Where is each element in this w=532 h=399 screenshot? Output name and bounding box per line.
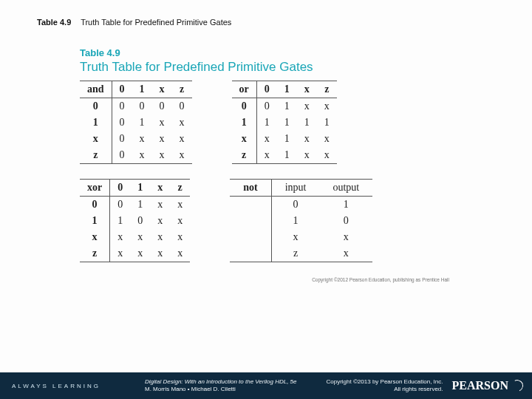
gate-name: xor [80, 180, 110, 197]
table-row: 10 [230, 213, 372, 229]
table-row: zx1xx [232, 147, 337, 164]
gate-name: and [80, 81, 112, 98]
table-row: xx1xx [232, 131, 337, 147]
always-learning: ALWAYS LEARNING [12, 383, 100, 389]
truth-table-xor: xor 0 1 x z 001xx 110xx xxxxx zxxxx [80, 179, 190, 262]
book-credit: Digital Design: With an Introduction to … [145, 378, 297, 394]
table-row: 110xx [80, 213, 190, 229]
footer-bar: ALWAYS LEARNING Digital Design: With an … [0, 372, 532, 399]
tables-row-1: and 0 1 x z 00000 101xx x0xxx z0xxx or 0… [80, 81, 449, 164]
figure-label: Table 4.9 [80, 47, 449, 58]
table-row: x0xxx [80, 131, 192, 147]
table-row: 001xx [80, 197, 190, 214]
table-row: 11111 [232, 115, 337, 131]
table-row: 00000 [80, 98, 192, 115]
slide-caption: Table 4.9 Truth Table for Predefined Pri… [37, 18, 231, 27]
footer-copyright: Copyright ©2013 by Pearson Education, In… [327, 378, 443, 394]
pearson-logo: PEARSON [452, 379, 523, 392]
truth-table-or: or 0 1 x z 001xx 11111 xx1xx zx1xx [232, 81, 337, 164]
table-row: xx [230, 229, 372, 245]
caption-text: Truth Table for Predefined Primitive Gat… [81, 18, 231, 27]
figure: Table 4.9 Truth Table for Predefined Pri… [80, 47, 449, 282]
not-input-header: input [271, 180, 319, 197]
table-row: zx [230, 245, 372, 262]
table-row: 001xx [232, 98, 337, 115]
table-row: zxxxx [80, 245, 190, 262]
not-output-header: output [319, 180, 372, 197]
figure-title: Truth Table for Predefined Primitive Gat… [80, 60, 449, 75]
table-row: 01 [230, 197, 372, 214]
table-row: z0xxx [80, 147, 192, 164]
figure-inner-copyright: Copyright ©2012 Pearson Education, publi… [80, 277, 449, 282]
table-row: 101xx [80, 115, 192, 131]
gate-name: or [232, 81, 257, 98]
pearson-arc-icon [510, 378, 525, 394]
truth-table-and: and 0 1 x z 00000 101xx x0xxx z0xxx [80, 81, 192, 164]
caption-number: Table 4.9 [37, 18, 71, 27]
book-authors: M. Morris Mano • Michael D. Ciletti [145, 386, 297, 393]
table-row: xxxxx [80, 229, 190, 245]
gate-name: not [230, 180, 271, 197]
book-title: Digital Design: With an Introduction to … [145, 378, 297, 386]
pearson-wordmark: PEARSON [452, 379, 508, 392]
truth-table-not: not input output 01 10 xx zx [230, 179, 372, 262]
tables-row-2: xor 0 1 x z 001xx 110xx xxxxx zxxxx not … [80, 179, 449, 262]
